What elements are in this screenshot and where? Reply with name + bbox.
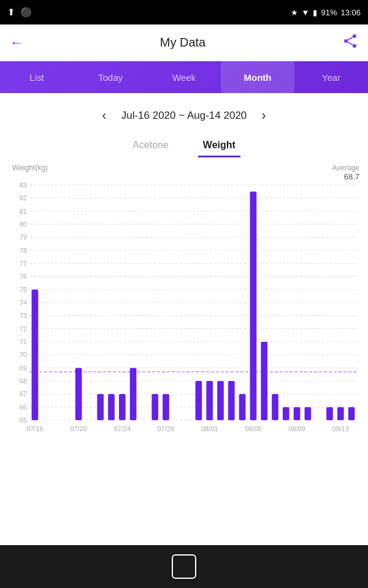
svg-rect-50 [151,394,158,420]
svg-text:80: 80 [20,221,27,228]
svg-text:08/05: 08/05 [245,425,262,432]
svg-text:07/16: 07/16 [26,425,44,432]
header: ← My Data [0,24,368,61]
svg-line-3 [346,36,355,41]
svg-text:68: 68 [20,377,27,385]
prev-date-button[interactable]: ‹ [97,105,111,126]
average-label: Average [332,164,359,172]
svg-text:07/20: 07/20 [70,425,87,432]
average-value: 68.7 [332,172,359,181]
bottom-nav [0,545,368,588]
status-bar: ⬆ ⚫ ★ ▼ ▮ 91% 13:06 [0,0,368,24]
svg-text:71: 71 [20,338,27,345]
svg-text:83: 83 [20,183,27,189]
svg-rect-64 [337,407,344,420]
svg-text:69: 69 [20,364,27,372]
date-range-text: Jul-16 2020 ~ Aug-14 2020 [121,110,247,122]
svg-rect-46 [97,394,104,420]
svg-text:74: 74 [20,299,27,306]
svg-rect-57 [250,192,257,420]
share-button[interactable] [342,33,358,52]
svg-rect-65 [348,407,355,420]
svg-text:78: 78 [20,247,27,254]
svg-rect-62 [305,407,312,420]
svg-text:72: 72 [20,325,27,333]
music-icon: ⚫ [20,7,32,18]
battery-icon: ▮ [313,8,317,17]
upload-icon: ⬆ [7,7,15,18]
tab-year[interactable]: Year [294,61,368,93]
svg-rect-45 [75,368,82,420]
svg-rect-60 [283,407,289,420]
subtab-acetone[interactable]: Acetone [128,137,174,157]
chart-area: Weight(kg) Average 68.7 8382818079787776… [6,160,362,442]
svg-rect-53 [206,381,213,420]
svg-rect-44 [32,290,39,420]
svg-text:08/09: 08/09 [288,425,305,432]
svg-text:76: 76 [20,273,27,280]
svg-text:70: 70 [20,351,27,358]
svg-rect-59 [272,394,278,420]
sub-tabs: Acetone Weight [0,132,368,160]
svg-text:66: 66 [20,404,27,411]
tab-today[interactable]: Today [74,61,147,93]
svg-rect-63 [326,407,333,420]
tab-month[interactable]: Month [221,61,294,93]
tab-week[interactable]: Week [147,61,221,93]
svg-text:82: 82 [20,194,27,202]
svg-text:67: 67 [20,390,27,398]
svg-text:07/24: 07/24 [114,425,131,432]
status-right-info: ★ ▼ ▮ 91% 13:06 [291,8,361,17]
svg-line-4 [346,41,355,46]
svg-text:73: 73 [20,312,27,319]
svg-text:75: 75 [20,286,27,293]
svg-text:08/01: 08/01 [201,425,218,432]
svg-rect-54 [217,381,224,420]
svg-rect-56 [239,394,246,420]
svg-text:77: 77 [20,260,27,267]
svg-text:65: 65 [20,417,27,424]
y-axis-label: Weight(kg) [12,164,48,181]
svg-text:79: 79 [20,233,27,241]
svg-text:81: 81 [20,208,27,215]
home-button[interactable] [172,554,196,579]
svg-text:08/13: 08/13 [332,425,350,432]
back-button[interactable]: ← [10,35,23,51]
svg-rect-48 [119,394,126,420]
chart-svg: 8382818079787776757473727170696867666507… [6,183,362,440]
battery-percent: 91% [321,8,337,17]
svg-rect-47 [108,394,115,420]
tab-list[interactable]: List [0,61,74,93]
svg-rect-61 [294,407,301,420]
svg-rect-51 [163,394,169,420]
subtab-weight[interactable]: Weight [198,137,240,157]
tab-bar: List Today Week Month Year [0,61,368,93]
date-range: ‹ Jul-16 2020 ~ Aug-14 2020 › [0,93,368,132]
status-left-icons: ⬆ ⚫ [7,7,32,18]
svg-text:07/28: 07/28 [158,425,175,432]
svg-rect-55 [228,381,235,420]
svg-rect-49 [130,368,137,420]
page-title: My Data [160,36,205,50]
svg-rect-58 [261,342,267,420]
bluetooth-icon: ★ [291,8,298,17]
svg-rect-52 [196,381,202,420]
next-date-button[interactable]: › [256,105,270,126]
chart-container: 8382818079787776757473727170696867666507… [6,183,362,442]
wifi-icon: ▼ [302,8,310,17]
time-display: 13:06 [340,8,361,17]
